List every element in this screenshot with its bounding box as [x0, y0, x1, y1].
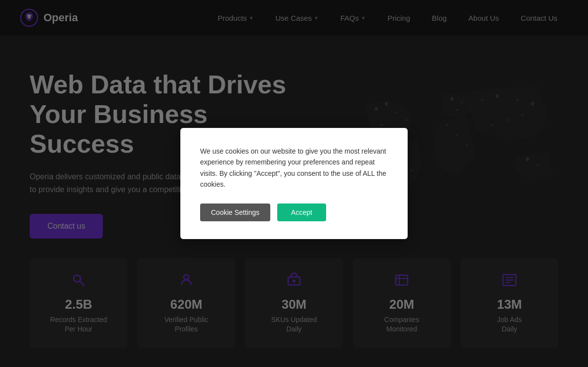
- cookie-buttons: Cookie Settings Accept: [200, 204, 388, 221]
- cookie-settings-button[interactable]: Cookie Settings: [200, 204, 270, 221]
- cookie-modal: We use cookies on our website to give yo…: [180, 128, 408, 240]
- cookie-text: We use cookies on our website to give yo…: [200, 146, 388, 190]
- cookie-overlay: We use cookies on our website to give yo…: [0, 0, 588, 367]
- cookie-accept-button[interactable]: Accept: [277, 204, 326, 221]
